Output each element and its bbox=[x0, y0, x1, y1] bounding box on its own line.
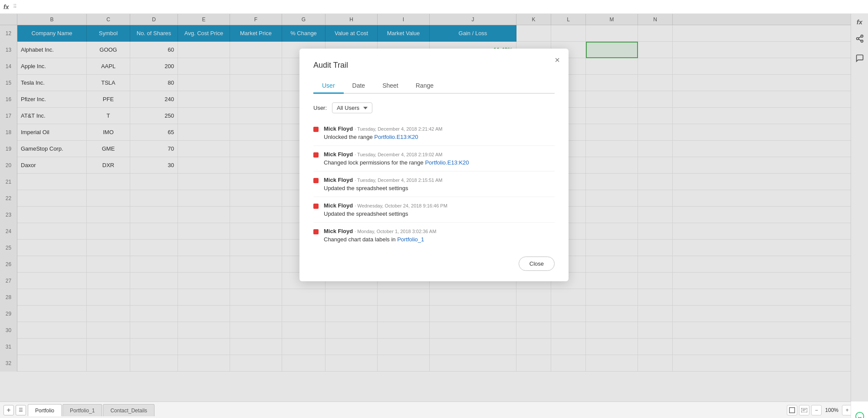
tab-range[interactable]: Range bbox=[407, 79, 442, 94]
modal-tabs: User Date Sheet Range bbox=[313, 79, 555, 94]
audit-action-text: Updated the spreadsheet settings bbox=[324, 211, 555, 217]
audit-action-text: Updated the spreadsheet settings bbox=[324, 185, 555, 191]
audit-dot bbox=[313, 152, 319, 158]
modal-footer: Close bbox=[313, 257, 555, 271]
modal-overlay: Audit Trail × User Date Sheet Range User… bbox=[0, 14, 868, 402]
audit-content: Mick Floyd · Tuesday, December 4, 2018 2… bbox=[324, 151, 555, 166]
audit-range-link[interactable]: Portfolio.E13:K20 bbox=[374, 134, 418, 140]
audit-date: · Monday, October 1, 2018 3:02:36 AM bbox=[355, 229, 436, 234]
sheet-tab-portfolio1[interactable]: Portfolio_1 bbox=[62, 404, 102, 416]
audit-trail-modal: Audit Trail × User Date Sheet Range User… bbox=[299, 49, 569, 281]
sheet-tab-portfolio[interactable]: Portfolio bbox=[28, 404, 62, 416]
audit-content: Mick Floyd · Wednesday, October 24, 2018… bbox=[324, 202, 555, 217]
add-sheet-button[interactable]: + bbox=[3, 405, 14, 415]
audit-list: Mick Floyd · Tuesday, December 4, 2018 2… bbox=[313, 120, 555, 248]
audit-header: Mick Floyd · Tuesday, December 4, 2018 2… bbox=[324, 177, 555, 183]
audit-user: Mick Floyd bbox=[324, 228, 353, 234]
formula-input[interactable] bbox=[12, 3, 865, 10]
sheet-menu-button[interactable]: ☰ bbox=[16, 405, 26, 415]
audit-range-link[interactable]: Portfolio.E13:K20 bbox=[425, 159, 469, 166]
drag-handle: ⠿ bbox=[13, 3, 17, 10]
user-label: User: bbox=[313, 105, 327, 111]
audit-action-text: Unlocked the range Portfolio.E13:K20 bbox=[324, 134, 555, 140]
modal-close-button[interactable]: × bbox=[555, 56, 560, 64]
audit-sheet-link[interactable]: Portfolio_1 bbox=[397, 236, 424, 243]
accessibility-icon[interactable] bbox=[855, 411, 865, 418]
audit-dot bbox=[313, 178, 319, 183]
svg-point-5 bbox=[855, 412, 863, 418]
zoom-level: 100% bbox=[823, 407, 840, 413]
tab-sheet[interactable]: Sheet bbox=[374, 79, 407, 94]
zoom-out-button[interactable]: − bbox=[811, 405, 822, 415]
audit-date: · Wednesday, October 24, 2018 9:16:46 PM bbox=[355, 203, 447, 208]
user-filter: User: All Users bbox=[313, 102, 555, 113]
audit-header: Mick Floyd · Tuesday, December 4, 2018 2… bbox=[324, 151, 555, 158]
audit-header: Mick Floyd · Tuesday, December 4, 2018 2… bbox=[324, 125, 555, 132]
audit-item: Mick Floyd · Tuesday, December 4, 2018 2… bbox=[313, 120, 555, 146]
audit-item: Mick Floyd · Tuesday, December 4, 2018 2… bbox=[313, 171, 555, 197]
main-content: B C D E F G H I J K L M N 12 Company Nam… bbox=[0, 14, 868, 402]
audit-item: Mick Floyd · Tuesday, December 4, 2018 2… bbox=[313, 146, 555, 171]
audit-user: Mick Floyd bbox=[324, 151, 353, 158]
audit-item: Mick Floyd · Monday, October 1, 2018 3:0… bbox=[313, 223, 555, 248]
audit-dot bbox=[313, 204, 319, 209]
formula-bar: ⠿ fx bbox=[0, 0, 868, 14]
tab-user[interactable]: User bbox=[313, 79, 344, 94]
audit-action-text: Changed lock permissions for the range P… bbox=[324, 159, 555, 166]
audit-action-text: Changed chart data labels in Portfolio_1 bbox=[324, 236, 555, 243]
audit-user: Mick Floyd bbox=[324, 202, 353, 209]
normal-view-button[interactable] bbox=[787, 405, 797, 415]
audit-dot bbox=[313, 229, 319, 234]
bottom-bar: + ☰ Portfolio Portfolio_1 Contact_Detail… bbox=[0, 402, 868, 418]
modal-title: Audit Trail bbox=[313, 61, 555, 70]
audit-date: · Tuesday, December 4, 2018 2:19:02 AM bbox=[355, 152, 442, 157]
sheet-tab-contact-details[interactable]: Contact_Details bbox=[103, 404, 155, 416]
tab-date[interactable]: Date bbox=[344, 79, 374, 94]
keyboard-shortcuts-button[interactable] bbox=[799, 405, 809, 415]
audit-content: Mick Floyd · Tuesday, December 4, 2018 2… bbox=[324, 125, 555, 140]
modal-close-btn[interactable]: Close bbox=[519, 257, 555, 271]
audit-header: Mick Floyd · Wednesday, October 24, 2018… bbox=[324, 202, 555, 209]
audit-dot bbox=[313, 127, 319, 132]
audit-content: Mick Floyd · Monday, October 1, 2018 3:0… bbox=[324, 228, 555, 243]
svg-rect-9 bbox=[801, 408, 807, 412]
audit-date: · Tuesday, December 4, 2018 2:21:42 AM bbox=[355, 126, 442, 132]
formula-icon: fx bbox=[3, 3, 9, 10]
user-select[interactable]: All Users bbox=[332, 102, 372, 113]
audit-content: Mick Floyd · Tuesday, December 4, 2018 2… bbox=[324, 177, 555, 191]
audit-header: Mick Floyd · Monday, October 1, 2018 3:0… bbox=[324, 228, 555, 234]
audit-item: Mick Floyd · Wednesday, October 24, 2018… bbox=[313, 197, 555, 223]
audit-user: Mick Floyd bbox=[324, 125, 353, 132]
audit-date: · Tuesday, December 4, 2018 2:15:51 AM bbox=[355, 178, 442, 183]
svg-rect-8 bbox=[789, 408, 795, 413]
audit-user: Mick Floyd bbox=[324, 177, 353, 183]
